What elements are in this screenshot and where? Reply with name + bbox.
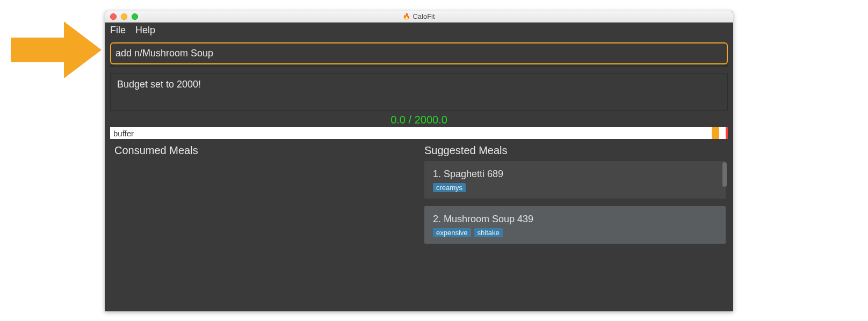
pointer-arrow <box>11 21 102 75</box>
meal-line: 2. Mushroom Soup 439 <box>433 214 717 225</box>
command-input[interactable] <box>113 45 725 62</box>
meal-tag: creamys <box>433 183 466 192</box>
app-icon: 🔥 <box>403 13 410 20</box>
progress-label: buffer <box>113 129 134 138</box>
suggested-title: Suggested Meals <box>420 141 728 161</box>
meal-tag: expensive <box>433 228 471 237</box>
title-bar[interactable]: 🔥 CaloFit <box>105 11 733 23</box>
window-title: 🔥 CaloFit <box>403 12 435 20</box>
consumed-panel: Consumed Meals <box>110 141 418 311</box>
close-icon[interactable] <box>110 13 117 20</box>
menu-file[interactable]: File <box>110 25 126 36</box>
menu-help[interactable]: Help <box>135 25 155 36</box>
meal-line: 1. Spaghetti 689 <box>433 169 717 180</box>
budget-progress-bar: buffer <box>110 127 728 139</box>
window-controls <box>110 13 138 20</box>
arrow-shaft <box>11 38 64 62</box>
app-title-text: CaloFit <box>413 12 435 20</box>
meal-card[interactable]: 2. Mushroom Soup 439expensiveshitake <box>424 206 726 244</box>
meal-tag: shitake <box>474 228 503 237</box>
meal-tags: expensiveshitake <box>433 228 717 237</box>
consumed-title: Consumed Meals <box>110 141 418 161</box>
content-area: Budget set to 2000! 0.0 / 2000.0 buffer … <box>105 38 733 311</box>
suggested-list[interactable]: 1. Spaghetti 689creamys2. Mushroom Soup … <box>420 161 728 311</box>
meal-tags: creamys <box>433 183 717 192</box>
arrow-head <box>64 21 102 78</box>
suggested-panel: Suggested Meals 1. Spaghetti 689creamys2… <box>420 141 728 311</box>
maximize-icon[interactable] <box>132 13 138 20</box>
scrollbar-thumb[interactable] <box>722 162 727 187</box>
feedback-box: Budget set to 2000! <box>110 73 728 111</box>
app-window: 🔥 CaloFit File Help Budget set to 2000! … <box>105 11 733 311</box>
budget-counter: 0.0 / 2000.0 <box>110 114 728 126</box>
meal-card[interactable]: 1. Spaghetti 689creamys <box>424 161 726 199</box>
minimize-icon[interactable] <box>121 13 127 20</box>
command-input-wrap <box>110 42 728 64</box>
consumed-list <box>110 161 418 311</box>
input-underline <box>110 65 728 67</box>
progress-marker-warn <box>712 127 719 139</box>
feedback-text: Budget set to 2000! <box>117 79 201 90</box>
meal-panels: Consumed Meals Suggested Meals 1. Spaghe… <box>110 141 728 311</box>
menu-bar: File Help <box>105 23 733 38</box>
progress-marker-limit <box>726 127 728 139</box>
